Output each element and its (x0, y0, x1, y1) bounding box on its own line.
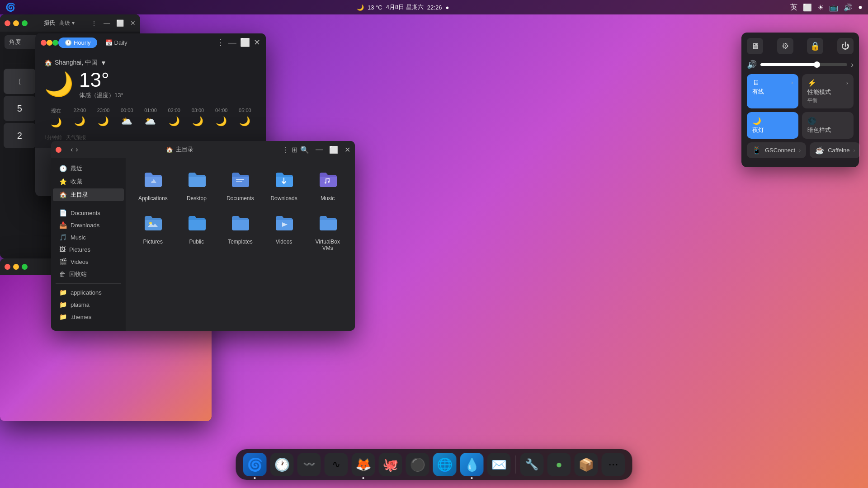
weather-main-icon: 🌙 (44, 70, 74, 98)
topbar-icon-3[interactable]: 📺 (829, 3, 838, 12)
dock-item-recent[interactable]: 🕐 (270, 453, 294, 476)
qs-tile-nightlight[interactable]: 🌙 夜灯 (747, 112, 798, 139)
fm-folder-applications[interactable]: Applications (133, 165, 173, 205)
qs-icon-power[interactable]: ⏻ (837, 38, 854, 54)
weather-tab-daily[interactable]: 📅 Daily (99, 38, 134, 48)
fm-sidebar-trash[interactable]: 🗑 回收站 (53, 268, 124, 281)
fm-folder-desktop-icon (187, 169, 207, 193)
fm-win-close2[interactable]: ✕ (344, 145, 350, 154)
qs-icon-settings[interactable]: ⚙ (777, 38, 793, 54)
topbar-logo[interactable]: 🌀 (5, 2, 15, 12)
weather-footer: 1分钟前 天气预报 (44, 134, 257, 141)
fm-folder-videos[interactable]: Videos (264, 209, 304, 255)
fm-folder-documents[interactable]: Documents (220, 165, 260, 205)
weather-max-btn[interactable] (52, 40, 58, 46)
fm-folder-vboxvms[interactable]: VirtualBox VMs (307, 209, 348, 255)
dock-item-firefox[interactable]: 🦊 (352, 453, 375, 476)
qs-tile-gsconnect[interactable]: 📱 GSConnect › (747, 142, 806, 158)
topbar-lang[interactable]: 英 (790, 3, 797, 12)
dock-item-inkscape[interactable]: 🐙 (379, 453, 402, 476)
topbar-icon-2[interactable]: ☀ (817, 3, 824, 12)
weather-menu-btn[interactable]: ⋮ (217, 38, 225, 47)
fm-sidebar-downloads[interactable]: 📥 Downloads (53, 219, 124, 231)
qs-tile-performance[interactable]: ⚡ › 性能模式 平衡 (802, 74, 854, 108)
fm-sidebar-starred-icon: ⭐ (59, 178, 67, 185)
unit-win-close2[interactable]: ✕ (130, 19, 136, 27)
weather-close-btn[interactable] (41, 40, 47, 46)
imgview-min-btn[interactable] (13, 264, 19, 270)
fm-forward-btn[interactable]: › (75, 145, 78, 154)
unit-win-min[interactable]: — (104, 19, 110, 27)
weather-min-btn[interactable] (47, 40, 52, 46)
fm-sidebar-music[interactable]: 🎵 Music (53, 231, 124, 243)
fm-folder-desktop[interactable]: Desktop (177, 165, 217, 205)
fm-folder-pictures[interactable]: Pictures (133, 209, 173, 255)
dock-item-github[interactable]: ⚫ (406, 453, 429, 476)
fm-win-min[interactable]: — (316, 145, 323, 154)
fm-search-btn[interactable]: 🔍 (300, 145, 309, 154)
unit-max-btn[interactable] (22, 20, 28, 26)
unit-close-btn[interactable] (5, 20, 10, 26)
qs-tile-performance-expand[interactable]: › (846, 80, 848, 86)
dock-item-droplet[interactable]: 💧 (460, 453, 484, 476)
topbar-icon-1[interactable]: ⬜ (803, 3, 812, 12)
qs-volume-forward-btn[interactable]: › (851, 60, 854, 70)
fm-sidebar-starred[interactable]: ⭐ 收藏 (53, 175, 124, 188)
qs-tile-caffeine[interactable]: ☕ Caffeine › (810, 142, 860, 158)
unit-min-btn[interactable] (13, 20, 19, 26)
fm-sidebar-plasma[interactable]: 📁 plasma (53, 299, 124, 310)
fm-folder-music[interactable]: Music (307, 165, 348, 205)
unit-menu-btn[interactable]: ⋮ (91, 19, 97, 27)
weather-close-btn2[interactable]: ✕ (254, 38, 260, 47)
qs-tile-caffeine-expand[interactable]: › (853, 147, 855, 154)
qs-volume-slider[interactable] (760, 63, 847, 66)
weather-tab-hourly[interactable]: 🕐 Hourly (58, 38, 97, 48)
fm-sidebar-apps[interactable]: 📁 applications (53, 286, 124, 298)
fm-close-btn[interactable] (56, 147, 61, 153)
fm-folder-templates-icon (230, 212, 250, 237)
qs-tile-wired[interactable]: 🖥 › 有线 (747, 74, 798, 108)
unit-win-max[interactable]: ⬜ (116, 19, 124, 27)
dock-item-launcher[interactable]: 🌀 (243, 453, 267, 476)
fm-menu-btn[interactable]: ⋮ (282, 145, 289, 154)
dock-item-equalizer[interactable]: 〰️ (297, 453, 321, 476)
unit-btn-2[interactable]: 2 (4, 123, 36, 148)
fm-view-btn[interactable]: ⊞ (292, 145, 297, 154)
dock-item-kde[interactable]: 🔧 (520, 453, 544, 476)
dock-item-mail[interactable]: ✉️ (487, 453, 511, 476)
dock-item-appsgrid[interactable]: ⋯ (602, 453, 625, 476)
dock-item-waves[interactable]: ∿ (325, 453, 348, 476)
topbar-icon-4[interactable]: 🔊 (844, 3, 853, 12)
unit-mode-btn[interactable]: 高级 ▾ (59, 19, 74, 27)
qs-icon-lock[interactable]: 🔒 (807, 38, 823, 54)
dock-item-browser2[interactable]: 🌐 (433, 453, 457, 476)
fm-sidebar-recent[interactable]: 🕐 最近 (53, 162, 124, 175)
qs-tile-performance-sublabel: 平衡 (807, 97, 848, 104)
topbar-time: 22:26 (427, 4, 442, 11)
fm-sidebar-videos[interactable]: 🎬 Videos (53, 256, 124, 267)
fm-folder-public[interactable]: Public (177, 209, 217, 255)
fm-folder-templates[interactable]: Templates (220, 209, 260, 255)
fm-win-max[interactable]: ⬜ (329, 145, 338, 154)
weather-max-btn2[interactable]: ⬜ (240, 38, 250, 47)
fm-back-btn[interactable]: ‹ (71, 145, 73, 154)
fm-sidebar-themes[interactable]: 📁 .themes (53, 311, 124, 323)
fm-folder-downloads[interactable]: Downloads (264, 165, 304, 205)
fm-sidebar-home[interactable]: 🏠 主目录 (53, 188, 124, 201)
fm-sidebar-pictures[interactable]: 🖼 Pictures (53, 244, 124, 255)
imgview-close-btn[interactable] (5, 264, 10, 270)
dock-item-green[interactable]: ● (547, 453, 571, 476)
qs-volume-thumb[interactable] (814, 61, 820, 68)
dock-item-package[interactable]: 📦 (575, 453, 598, 476)
unit-btn-5[interactable]: 5 (4, 96, 36, 121)
imgview-max-btn[interactable] (22, 264, 28, 270)
topbar-icon-5[interactable]: ● (858, 3, 863, 11)
qs-icon-display[interactable]: 🖥 (747, 38, 763, 54)
weather-min-btn2[interactable]: — (228, 38, 236, 47)
weather-hour-3: 00:00 🌥️ (115, 105, 139, 131)
qs-tile-gsconnect-expand[interactable]: › (799, 147, 801, 154)
fm-sidebar-documents[interactable]: 📄 Documents (53, 207, 124, 219)
qs-tile-darkmode[interactable]: 🌑 暗色样式 (802, 112, 854, 139)
unit-btn-open-paren[interactable]: ( (4, 69, 36, 94)
qs-tile-wired-expand[interactable]: › (791, 80, 793, 86)
